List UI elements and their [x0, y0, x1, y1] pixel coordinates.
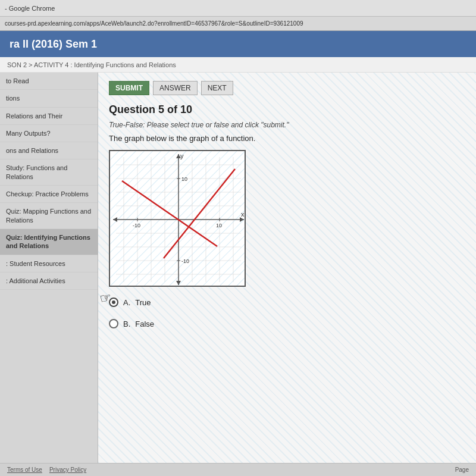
- graph-container: x y -10 10 10 -10: [109, 150, 246, 287]
- privacy-link[interactable]: Privacy Policy: [49, 466, 86, 473]
- sidebar-item-quiz-identifying[interactable]: Quiz: Identifying Functions and Relation…: [0, 229, 98, 255]
- question-title: Question 5 of 10: [109, 104, 465, 116]
- sidebar-item-additional-activities[interactable]: : Additional Activities: [0, 273, 98, 290]
- breadcrumb-text: SON 2 > ACTIVITY 4 : Identifying Functio…: [7, 61, 176, 68]
- sidebar-item-ons-relations[interactable]: ons and Relations: [0, 142, 98, 159]
- breadcrumb: SON 2 > ACTIVITY 4 : Identifying Functio…: [0, 57, 476, 73]
- page-title: ra II (2016) Sem 1: [10, 38, 97, 51]
- svg-text:x: x: [241, 211, 245, 218]
- choice-b-label: False: [135, 320, 154, 328]
- question-text: The graph below is the graph of a functi…: [109, 134, 465, 143]
- address-bar: courses-prd.apexlearning.com/apps/AceWeb…: [0, 17, 476, 31]
- footer: Terms of Use Privacy Policy Page: [0, 463, 476, 476]
- url-text: courses-prd.apexlearning.com/apps/AceWeb…: [5, 20, 303, 27]
- sidebar-item-tions[interactable]: tions: [0, 90, 98, 107]
- radio-b[interactable]: [109, 319, 118, 328]
- svg-text:10: 10: [216, 223, 222, 228]
- graph-svg: x y -10 10 10 -10: [110, 151, 246, 287]
- sidebar-item-checkup[interactable]: Checkup: Practice Problems: [0, 186, 98, 203]
- sidebar-item-relations-their[interactable]: Relations and Their: [0, 108, 98, 125]
- radio-a[interactable]: [109, 298, 118, 307]
- choice-a-letter: A.: [123, 298, 130, 307]
- answer-choices: A. True ☞ B. False: [109, 298, 465, 328]
- sidebar-item-many-outputs[interactable]: Many Outputs?: [0, 125, 98, 142]
- sidebar-item-quiz-mapping[interactable]: Quiz: Mapping Functions and Relations: [0, 203, 98, 229]
- terms-link[interactable]: Terms of Use: [7, 466, 42, 473]
- svg-text:-10: -10: [181, 258, 189, 264]
- toolbar: SUBMIT ANSWER NEXT: [109, 81, 465, 95]
- sidebar: to Read tions Relations and Their Many O…: [0, 73, 98, 463]
- browser-title-bar: - Google Chrome: [0, 0, 476, 17]
- choice-a[interactable]: A. True: [109, 298, 465, 307]
- next-button[interactable]: NEXT: [201, 81, 233, 95]
- question-instruction: True-False: Please select true or false …: [109, 121, 465, 129]
- choice-b[interactable]: B. False: [109, 319, 465, 328]
- content-area: SUBMIT ANSWER NEXT Question 5 of 10 True…: [98, 73, 476, 463]
- answer-button[interactable]: ANSWER: [153, 81, 198, 95]
- svg-text:y: y: [180, 152, 184, 159]
- svg-text:10: 10: [181, 176, 187, 182]
- content-inner: SUBMIT ANSWER NEXT Question 5 of 10 True…: [109, 81, 465, 328]
- footer-page: Page: [455, 466, 469, 473]
- sidebar-item-read[interactable]: to Read: [0, 73, 98, 90]
- sidebar-item-study[interactable]: Study: Functions and Relations: [0, 159, 98, 186]
- page-header: ra II (2016) Sem 1: [0, 31, 476, 57]
- sidebar-item-student-resources[interactable]: : Student Resources: [0, 255, 98, 273]
- svg-text:-10: -10: [133, 223, 140, 228]
- submit-button[interactable]: SUBMIT: [109, 81, 149, 95]
- choice-a-label: True: [135, 298, 151, 307]
- choice-b-letter: B.: [123, 320, 130, 328]
- browser-title: - Google Chrome: [5, 5, 55, 12]
- main-layout: to Read tions Relations and Their Many O…: [0, 73, 476, 463]
- footer-links: Terms of Use Privacy Policy: [7, 466, 86, 473]
